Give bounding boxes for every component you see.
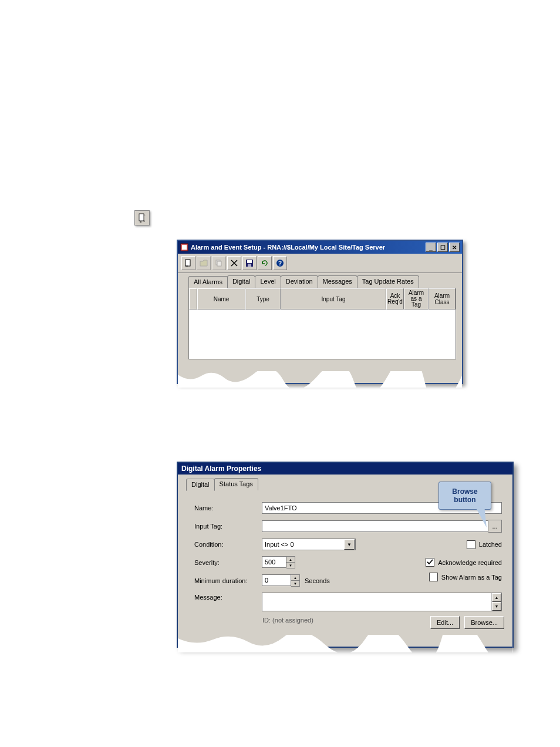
scrollbar[interactable]: ▲▼ bbox=[491, 593, 501, 611]
latched-label: Latched bbox=[479, 541, 502, 548]
id-text: ID: (not assigned) bbox=[262, 617, 313, 624]
svg-text:?: ? bbox=[278, 260, 282, 267]
label-severity: Severity: bbox=[194, 559, 262, 566]
torn-edge bbox=[178, 629, 512, 647]
name-value: Valve1FTO bbox=[265, 504, 297, 512]
new-button[interactable] bbox=[181, 256, 195, 270]
svg-rect-4 bbox=[185, 260, 190, 266]
svg-rect-9 bbox=[248, 264, 251, 267]
col-name[interactable]: Name bbox=[197, 288, 245, 309]
col-type[interactable]: Type bbox=[245, 288, 281, 309]
svg-point-1 bbox=[144, 221, 145, 222]
open-button bbox=[197, 256, 211, 270]
label-name: Name: bbox=[194, 504, 262, 512]
col-input-tag[interactable]: Input Tag bbox=[281, 288, 386, 309]
browse-msg-button[interactable]: Browse... bbox=[464, 616, 504, 629]
delete-button[interactable] bbox=[227, 256, 241, 270]
window-title: Digital Alarm Properties bbox=[178, 463, 512, 475]
tab-digital[interactable]: Digital bbox=[227, 275, 256, 288]
new-document-icon bbox=[134, 210, 150, 226]
severity-stepper[interactable]: 500 ▲▼ bbox=[262, 556, 295, 568]
severity-value: 500 bbox=[265, 558, 275, 566]
copy-button bbox=[212, 256, 226, 270]
window-title: Alarm and Event Setup - RNA://$Local/My … bbox=[191, 244, 385, 251]
alarm-table: Name Type Input Tag Ack Req'd Alarm as a… bbox=[188, 288, 456, 359]
svg-rect-3 bbox=[182, 245, 187, 250]
tab-status-tags[interactable]: Status Tags bbox=[214, 478, 258, 490]
tab-all-alarms[interactable]: All Alarms bbox=[188, 276, 228, 288]
show-as-tag-label: Show Alarm as a Tag bbox=[441, 574, 502, 581]
spin-buttons[interactable]: ▲▼ bbox=[291, 574, 300, 587]
spin-buttons[interactable]: ▲▼ bbox=[286, 556, 295, 568]
row-selector-header bbox=[189, 288, 197, 309]
maximize-button[interactable]: ☐ bbox=[437, 243, 448, 252]
min-duration-stepper[interactable]: 0 ▲▼ bbox=[262, 574, 300, 587]
callout-line2: button bbox=[454, 496, 475, 504]
help-button[interactable]: ? bbox=[273, 256, 287, 270]
alarm-event-setup-window: Alarm and Event Setup - RNA://$Local/My … bbox=[177, 240, 463, 384]
svg-rect-8 bbox=[247, 260, 252, 263]
tab-level[interactable]: Level bbox=[255, 275, 281, 288]
minimize-button[interactable]: _ bbox=[426, 243, 436, 252]
tab-digital[interactable]: Digital bbox=[186, 479, 215, 491]
label-input-tag: Input Tag: bbox=[194, 523, 262, 530]
condition-select[interactable]: Input <> 0 ▼ bbox=[262, 539, 356, 550]
refresh-button[interactable] bbox=[258, 256, 272, 270]
col-ack-reqd[interactable]: Ack Req'd bbox=[386, 288, 404, 309]
svg-rect-0 bbox=[139, 214, 144, 221]
callout-line1: Browse bbox=[452, 487, 477, 496]
edit-button[interactable]: Edit... bbox=[430, 616, 460, 629]
latched-checkbox[interactable] bbox=[467, 540, 475, 549]
torn-edge bbox=[178, 363, 462, 383]
save-button[interactable] bbox=[242, 256, 257, 270]
min-duration-units: Seconds bbox=[305, 577, 330, 584]
input-tag-field[interactable] bbox=[262, 520, 488, 532]
app-icon bbox=[180, 243, 188, 251]
dropdown-icon: ▼ bbox=[344, 539, 355, 550]
tab-messages[interactable]: Messages bbox=[318, 275, 357, 288]
tab-tag-update-rates[interactable]: Tag Update Rates bbox=[357, 275, 419, 288]
col-alarm-as-tag[interactable]: Alarm as a Tag bbox=[404, 288, 429, 309]
message-field[interactable]: ▲▼ bbox=[262, 593, 502, 611]
svg-rect-6 bbox=[217, 261, 221, 266]
show-as-tag-checkbox[interactable] bbox=[429, 573, 438, 581]
browse-callout: Browse button bbox=[438, 482, 491, 510]
tab-row: All Alarms Digital Level Deviation Messa… bbox=[178, 273, 462, 288]
condition-value: Input <> 0 bbox=[265, 541, 294, 548]
ack-required-label: Acknowledge required bbox=[438, 559, 502, 566]
label-message: Message: bbox=[194, 593, 262, 601]
label-min-duration: Minimum duration: bbox=[194, 577, 262, 584]
min-duration-value: 0 bbox=[265, 577, 268, 584]
close-button[interactable]: ✕ bbox=[449, 243, 460, 252]
label-condition: Condition: bbox=[194, 541, 262, 548]
title-bar: Alarm and Event Setup - RNA://$Local/My … bbox=[178, 241, 462, 254]
col-alarm-class[interactable]: Alarm Class bbox=[429, 288, 456, 309]
ack-required-checkbox[interactable] bbox=[426, 558, 434, 567]
tab-deviation[interactable]: Deviation bbox=[281, 275, 318, 288]
toolbar: ? bbox=[178, 254, 462, 273]
